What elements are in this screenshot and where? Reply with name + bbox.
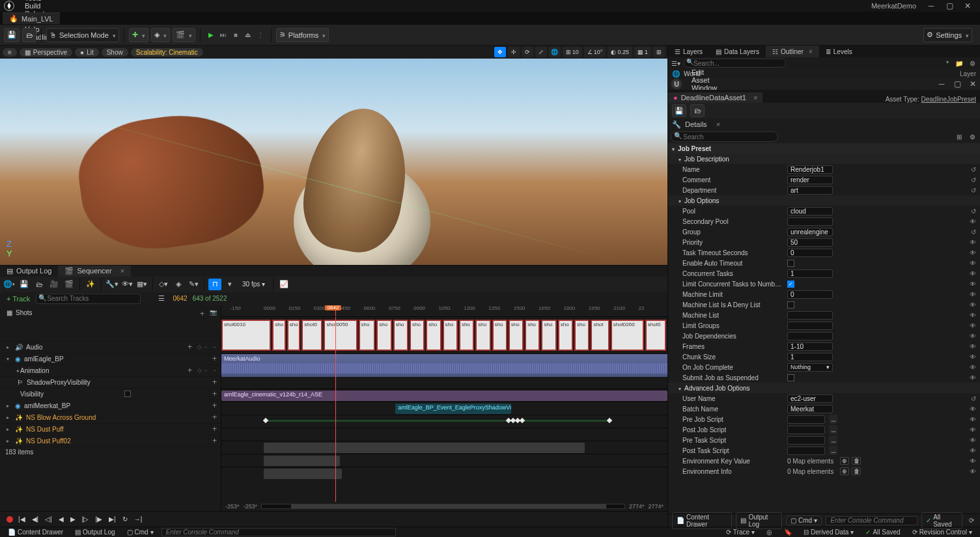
ae-save-button[interactable]: 💾 [672, 104, 686, 117]
eye-icon[interactable]: 👁 [970, 322, 976, 329]
eye-icon[interactable]: 👁 [970, 281, 976, 288]
live-button[interactable]: ◎ [763, 529, 776, 536]
lit-button[interactable]: ●Lit [75, 48, 99, 57]
level-tab[interactable]: 🔥 Main_LVL [3, 12, 60, 24]
seq-save-button[interactable]: 💾 [18, 279, 31, 290]
range-button[interactable]: →| [133, 516, 144, 523]
timeline-ruler[interactable]: -150 00000150030004500600075009001050120… [221, 305, 667, 317]
camera-grid-button[interactable]: ▦ 1 [634, 47, 651, 57]
fx1-lane[interactable] [221, 441, 667, 454]
track-shots[interactable]: ▦ Shots + 📷 [0, 305, 221, 342]
gizmo-scale-button[interactable]: ⤢ [535, 47, 547, 57]
gizmo-rotate-button[interactable]: ⟳ [522, 47, 533, 57]
play-options-button[interactable]: ⋮ [255, 29, 266, 42]
timeline[interactable]: -150 00000150030004500600075009001050120… [221, 305, 667, 512]
eye-icon[interactable]: 👁 [970, 416, 976, 423]
property-input[interactable] [787, 186, 833, 195]
eye-icon[interactable]: 👁 [970, 333, 976, 340]
browse-button[interactable]: 🗁 [22, 28, 36, 42]
eye-icon[interactable]: 👁 [970, 312, 976, 319]
browse-button[interactable]: ... [829, 446, 837, 455]
track-shadow-proxy[interactable]: 🏳 ShadowProxyVisibility + [0, 377, 221, 389]
category-header[interactable]: Job Description [668, 154, 980, 164]
track-search-input[interactable] [36, 294, 141, 304]
reset-button[interactable]: ↺ [971, 166, 976, 173]
property-checkbox[interactable] [787, 301, 794, 309]
property-input[interactable] [787, 447, 825, 455]
settings-gear-button[interactable]: ⚙ [967, 59, 977, 68]
viewport-menu-button[interactable]: ≡ [3, 48, 17, 57]
property-input[interactable] [787, 207, 833, 215]
reset-button[interactable]: ↺ [971, 187, 976, 194]
details-panel[interactable]: Job PresetJob DescriptionName↺Comment↺De… [668, 143, 980, 514]
add-track-button[interactable]: + Track [3, 295, 34, 303]
blueprint-button[interactable]: ◈ [151, 28, 170, 42]
platforms-button[interactable]: ⚞ Platforms [276, 28, 329, 42]
play-button[interactable]: ▶ [205, 29, 217, 42]
shot-thumb[interactable]: sho [272, 320, 286, 351]
eye-icon[interactable]: 👁 [970, 447, 976, 454]
property-input[interactable] [787, 322, 833, 330]
to-prev-key-button[interactable]: ◀| [31, 516, 40, 523]
visibility-lane[interactable] [221, 415, 667, 428]
eye-icon[interactable]: 👁 [970, 406, 976, 413]
map-add-button[interactable]: ⊕ [840, 457, 849, 465]
track-visibility[interactable]: Visibility + [0, 389, 221, 400]
track-fx2[interactable]: ▸✨ NS Dust Puff + [0, 424, 221, 435]
shot-thumb[interactable]: shot0 [645, 320, 666, 351]
window-close-button[interactable]: ✕ [963, 1, 972, 10]
seq-snapping-button[interactable]: ⊓ [208, 279, 221, 290]
browse-button[interactable]: ... [829, 425, 837, 434]
loop-button[interactable]: ↻ [121, 516, 129, 523]
ae-minimize-button[interactable]: ─ [937, 79, 946, 89]
seq-snap-options-button[interactable]: ▾ [223, 279, 236, 290]
shot-thumb[interactable]: sho [426, 320, 441, 351]
step-back-button[interactable]: ◁| [44, 516, 53, 523]
window-maximize-button[interactable]: ▢ [945, 1, 954, 10]
category-header[interactable]: Job Options [668, 195, 980, 206]
shot-thumb[interactable]: sho [558, 320, 573, 351]
all-saved-badge[interactable]: ✓All Saved [921, 512, 962, 529]
property-input[interactable] [787, 311, 833, 320]
seq-world-button[interactable]: 🌐▾ [3, 279, 16, 290]
asset-tab[interactable]: ● DeadlineDataAsset1 × [668, 92, 763, 103]
shot-thumb[interactable]: shot0 [301, 320, 322, 351]
track-fx1[interactable]: ▸✨ NS Blow Across Ground + [0, 412, 221, 424]
seq-keymode3-button[interactable]: ✎▾ [187, 279, 200, 290]
category-header[interactable]: Advanced Job Options [668, 383, 980, 393]
details-tab[interactable]: 🔧 Details × [668, 118, 980, 130]
property-checkbox[interactable] [787, 374, 794, 381]
tab-output-log[interactable]: ▤Output Log [0, 266, 58, 277]
settings-button[interactable]: ⚙ Settings [923, 28, 972, 42]
reset-button[interactable]: ↺ [971, 208, 976, 215]
property-input[interactable] [787, 405, 833, 413]
details-filter-button[interactable]: ⊞ [954, 132, 964, 141]
console-input[interactable] [161, 528, 396, 536]
seq-browse-button[interactable]: 🗁 [33, 279, 46, 290]
property-checkbox[interactable] [787, 260, 794, 267]
ae-menu-edit[interactable]: Edit [686, 68, 722, 76]
scrub-bar[interactable] [261, 504, 625, 509]
derived-data-button[interactable]: ⊟ Derived Data ▾ [800, 529, 858, 536]
seq-playback-button[interactable]: ▦▾ [135, 279, 148, 290]
viewport-layout-button[interactable]: ⊞ [653, 47, 665, 57]
tab-levels[interactable]: ≣Levels [819, 46, 859, 57]
seq-actions-button[interactable]: ✨ [84, 279, 97, 290]
eye-icon[interactable]: 👁 [970, 301, 976, 309]
eye-icon[interactable]: 👁 [970, 260, 976, 267]
shot-thumb[interactable]: shot0260 [611, 320, 644, 351]
visibility-checkbox[interactable] [124, 391, 131, 397]
browse-button[interactable]: ... [829, 415, 837, 424]
shot-thumb[interactable]: sho [287, 320, 301, 351]
eye-icon[interactable]: 👁 [970, 218, 976, 225]
revision-control-button[interactable]: ⟳ Revision Control ▾ [908, 529, 976, 536]
eye-icon[interactable]: 👁 [970, 249, 976, 256]
ae-cmd-type-button[interactable]: ▢Cmd ▾ [786, 516, 822, 525]
play-forward-button[interactable]: ▶ [69, 516, 77, 523]
seq-curve-editor-button[interactable]: 📈 [277, 279, 290, 290]
shot-thumb[interactable]: sho [359, 320, 376, 351]
filter-options-button[interactable]: ☰▾ [671, 59, 681, 68]
window-minimize-button[interactable]: ─ [927, 1, 936, 10]
shot-thumb[interactable]: sho [525, 320, 540, 351]
filter-button[interactable]: ☰ [155, 293, 168, 305]
